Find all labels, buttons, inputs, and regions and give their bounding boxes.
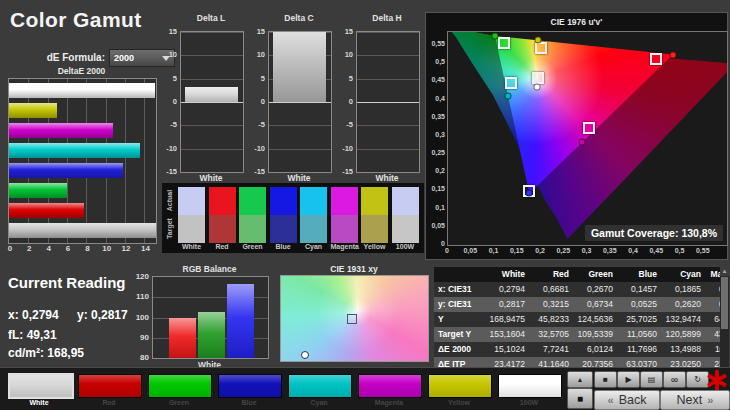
stop-icon: ■ [603, 375, 608, 384]
back-button[interactable]: « Back [594, 390, 660, 410]
cie-target-green [498, 37, 510, 49]
rgb-bar-green [198, 312, 225, 358]
cie1976-y-tick: 0,3 [427, 131, 445, 138]
save-icon: ▤ [648, 375, 656, 384]
cie1976-y-tick: 0,2 [427, 167, 445, 174]
target-swatch-magenta [331, 215, 358, 243]
loop-button[interactable]: ∞ [663, 371, 686, 388]
pattern-swatch-yellow[interactable] [428, 374, 492, 398]
gamut-coverage-readout: Gamut Coverage: 130,8% [585, 225, 723, 241]
pattern-swatch-100w[interactable] [498, 374, 562, 398]
rgb-balance-title: RGB Balance [152, 264, 267, 274]
delta-gridline [269, 125, 331, 126]
cie1976-x-tick: 0,55 [692, 247, 714, 254]
pattern-swatch-label: Red [77, 399, 141, 406]
delta-chart-title: Delta L [180, 13, 242, 23]
pattern-swatch-green[interactable] [148, 374, 212, 398]
actual-swatch-red [209, 187, 236, 215]
swatch-column-label: Yellow [361, 243, 388, 250]
vertical-scroll-thumb[interactable] [721, 277, 728, 329]
delta-y-tick: -10 [164, 144, 177, 153]
table-cell: 25,7025 [618, 312, 662, 327]
delta-gridline [181, 125, 243, 126]
pattern-swatch-blue[interactable] [218, 374, 282, 398]
pattern-swatch-white[interactable] [8, 373, 74, 399]
table-row-label: Y [434, 312, 486, 327]
pattern-window-button[interactable]: ■ [567, 388, 593, 409]
delta-gridline [357, 79, 419, 80]
delta-gridline [357, 149, 419, 150]
actual-swatch-white [178, 187, 205, 215]
cie-measured-green [491, 32, 498, 39]
cie1976-panel: CIE 1976 u'v' 00,050,10,150,20,250,30,35… [425, 12, 728, 260]
table-cell: 0,2670 [574, 282, 618, 297]
delta-chart-delta-h: Delta H151050-5-10-15White [340, 10, 420, 186]
pattern-swatch-magenta[interactable] [358, 374, 422, 398]
pattern-swatch-red[interactable] [78, 374, 142, 398]
cie-measured-yellow [535, 37, 542, 44]
up-arrow-icon: ▲ [577, 376, 584, 383]
next-button-label: Next [677, 393, 703, 407]
pattern-swatch-cyan[interactable] [288, 374, 352, 398]
cie1976-y-tick: 0,35 [427, 113, 445, 120]
actual-swatch-green [239, 187, 266, 215]
table-header-row: WhiteRedGreenBlueCyanMagentaYellow100W [434, 267, 730, 282]
pattern-up-button[interactable]: ▲ [567, 371, 593, 388]
cie1976-x-tick: 0,3 [576, 247, 598, 254]
cie1976-y-tick: 0 [427, 240, 445, 247]
cie-measured-white [534, 83, 541, 90]
reading-fl: fL: 49,31 [8, 328, 57, 342]
delta-gridline [181, 55, 243, 56]
pattern-swatch-label: Yellow [427, 399, 491, 406]
stop-button[interactable]: ■ [594, 371, 617, 388]
save-button[interactable]: ▤ [640, 371, 663, 388]
table-row: y: CIE310,28170,32150,67340,05250,26200,… [434, 297, 730, 312]
cie1931-diagram [280, 275, 429, 362]
cie-measured-cyan [504, 93, 511, 100]
rgb-y-tick: 80 [126, 353, 149, 362]
delta-chart-title: Delta C [268, 13, 330, 23]
scroll-up-arrow-icon[interactable]: ▲ [720, 267, 729, 276]
table-vertical-scrollbar[interactable]: ▲▼ [720, 267, 729, 376]
cie1976-x-tick: 0,2 [529, 247, 551, 254]
de-formula-label: dE Formula: [30, 52, 105, 63]
deltae-x-tick: 2 [21, 244, 37, 253]
reading-y-label: y: [77, 308, 88, 322]
reading-fl-value: 49,31 [27, 328, 57, 342]
table-cell: 0,2794 [486, 282, 530, 297]
delta-y-tick: 0 [340, 97, 353, 106]
reading-fl-label: fL: [8, 328, 23, 342]
delta-chart-plot [180, 31, 244, 173]
cie1976-y-tick: 0,1 [427, 204, 445, 211]
delta-y-tick: 15 [252, 27, 265, 36]
cie-target-red [650, 53, 662, 65]
table-cell: 11,7696 [618, 342, 662, 357]
table-cell: 0,2817 [486, 297, 530, 312]
table-row-label: x: CIE31 [434, 282, 486, 297]
delta-chart-category: White [356, 173, 418, 183]
delta-gridline [269, 149, 331, 150]
cie1931-measured-dot [301, 351, 309, 359]
table-cell: 120,5899 [662, 327, 706, 342]
cie1931-target-marker [347, 314, 357, 324]
rgb-y-tick: 120 [126, 272, 149, 281]
deltae-gridline [125, 79, 126, 243]
delta-chart-delta-c: Delta C151050-5-10-15White [252, 10, 332, 186]
next-button[interactable]: Next » [660, 390, 730, 410]
delta-y-tick: -15 [340, 167, 353, 176]
rgb-y-tick: 110 [126, 292, 149, 301]
table-column-header: Green [574, 267, 618, 282]
delta-chart-plot [356, 31, 420, 173]
cie1931-title: CIE 1931 xy [280, 264, 428, 274]
reading-x-label: x: [8, 308, 19, 322]
delta-y-tick: 0 [252, 97, 265, 106]
play-button[interactable]: ▶ [617, 371, 640, 388]
cie1976-y-tick: 0,4 [427, 95, 445, 102]
cie1976-y-tick: 0,25 [427, 149, 445, 156]
table-row-label: Target Y [434, 327, 486, 342]
delta-y-tick: 15 [340, 27, 353, 36]
reading-cdm2: cd/m²: 168,95 [8, 346, 84, 360]
cie1976-x-tick: 0 [436, 247, 458, 254]
reading-cdm2-value: 168,95 [47, 346, 84, 360]
delta-gridline [357, 125, 419, 126]
